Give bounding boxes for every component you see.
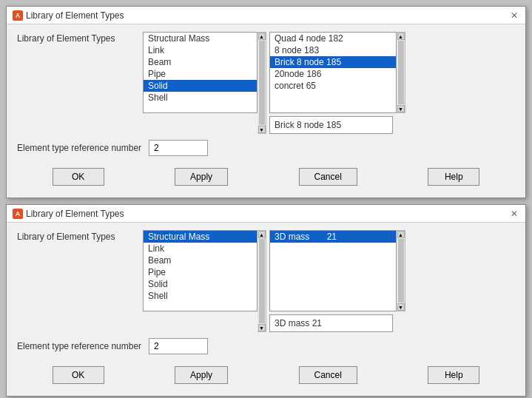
close-button-2[interactable]: ✕	[509, 209, 519, 219]
scroll-thumb-right-2	[398, 239, 404, 303]
right-item-concret-1[interactable]: concret 65	[270, 80, 396, 92]
right-list-wrap-2: 3D mass 21 ▲ ▼	[269, 230, 405, 311]
ref-label-1: Element type reference number	[17, 143, 141, 153]
button-row-2: OK Apply Cancel Help	[17, 362, 515, 388]
apply-button-1[interactable]: Apply	[175, 168, 228, 186]
list-item-link-1[interactable]: Link	[144, 44, 257, 56]
right-item-20node-1[interactable]: 20node 186	[270, 68, 396, 80]
right-item-quad4-1[interactable]: Quad 4 node 182	[270, 33, 396, 44]
ref-label-2: Element type reference number	[17, 341, 141, 351]
dialog1-main-row: Library of Element Types Structural Mass…	[17, 32, 515, 134]
left-list-wrap-1: Structural Mass Link Beam Pipe Solid She…	[143, 32, 266, 134]
scroll-up-right-2[interactable]: ▲	[397, 231, 405, 238]
right-list-wrap-1: Quad 4 node 182 8 node 183 Brick 8 node …	[269, 32, 405, 113]
title-bar-left-2: A Library of Element Types	[13, 209, 124, 219]
dialog2-main-row: Library of Element Types Structural Mass…	[17, 230, 515, 332]
cancel-button-2[interactable]: Cancel	[299, 366, 357, 384]
scroll-thumb-left-2	[259, 239, 265, 323]
right-panel-1: Quad 4 node 182 8 node 183 Brick 8 node …	[269, 32, 405, 134]
scroll-up-right-1[interactable]: ▲	[397, 33, 405, 40]
scroll-thumb-right-1	[398, 41, 404, 104]
left-list-wrap-2: Structural Mass Link Beam Pipe Solid She…	[143, 230, 266, 332]
app-icon-2: A	[13, 209, 23, 219]
dialog1-title: Library of Element Types	[26, 10, 124, 21]
left-listbox-2[interactable]: Structural Mass Link Beam Pipe Solid She…	[143, 230, 257, 311]
dialog1: A Library of Element Types ✕ Library of …	[6, 6, 526, 198]
close-button-1[interactable]: ✕	[509, 10, 519, 21]
help-button-1[interactable]: Help	[428, 168, 479, 186]
dialog1-label: Library of Element Types	[17, 32, 135, 44]
ref-row-2: Element type reference number	[17, 338, 515, 354]
right-scrollbar-2[interactable]: ▲ ▼	[397, 230, 405, 311]
right-listbox-1[interactable]: Quad 4 node 182 8 node 183 Brick 8 node …	[269, 32, 397, 113]
dialog1-lists: Structural Mass Link Beam Pipe Solid She…	[143, 32, 405, 134]
scroll-up-left-1[interactable]: ▲	[258, 33, 266, 40]
title-bar-left-1: A Library of Element Types	[13, 10, 124, 21]
button-row-1: OK Apply Cancel Help	[17, 163, 515, 190]
list-item-shell-1[interactable]: Shell	[144, 92, 257, 104]
title-bar-1: A Library of Element Types ✕	[7, 7, 525, 24]
selected-display-2: 3D mass 21	[269, 314, 393, 332]
list-item-beam-1[interactable]: Beam	[144, 56, 257, 68]
right-panel-2: 3D mass 21 ▲ ▼ 3D mass 21	[269, 230, 405, 332]
ref-row-1: Element type reference number	[17, 140, 515, 156]
scroll-down-right-1[interactable]: ▼	[397, 105, 405, 112]
dialog2-label: Library of Element Types	[17, 230, 135, 242]
scroll-down-left-1[interactable]: ▼	[258, 126, 266, 133]
scroll-up-left-2[interactable]: ▲	[258, 231, 266, 238]
dialog2-title: Library of Element Types	[26, 209, 124, 219]
ok-button-1[interactable]: OK	[53, 168, 104, 186]
dialog2-content: Library of Element Types Structural Mass…	[7, 223, 525, 396]
right-item-brick8-1[interactable]: Brick 8 node 185	[270, 56, 396, 68]
left-listbox-1[interactable]: Structural Mass Link Beam Pipe Solid She…	[143, 32, 257, 113]
selected-display-1: Brick 8 node 185	[269, 116, 393, 134]
list-item-link-2[interactable]: Link	[144, 243, 257, 254]
scroll-down-right-2[interactable]: ▼	[397, 303, 405, 311]
left-scrollbar-1[interactable]: ▲ ▼	[257, 32, 266, 134]
list-item-pipe-1[interactable]: Pipe	[144, 68, 257, 80]
right-item-3dmass-2[interactable]: 3D mass 21	[270, 231, 396, 243]
scroll-down-left-2[interactable]: ▼	[258, 324, 266, 331]
ref-input-1[interactable]	[149, 140, 208, 156]
right-scrollbar-1[interactable]: ▲ ▼	[397, 32, 405, 113]
ok-button-2[interactable]: OK	[53, 366, 104, 384]
dialog2-lists: Structural Mass Link Beam Pipe Solid She…	[143, 230, 405, 332]
list-item-solid-2[interactable]: Solid	[144, 278, 257, 290]
right-listbox-2[interactable]: 3D mass 21	[269, 230, 397, 311]
dialog1-content: Library of Element Types Structural Mass…	[7, 24, 525, 198]
left-scrollbar-2[interactable]: ▲ ▼	[257, 230, 266, 332]
help-button-2[interactable]: Help	[428, 366, 479, 384]
app-icon-1: A	[13, 10, 23, 21]
list-item-beam-2[interactable]: Beam	[144, 254, 257, 266]
list-item-shell-2[interactable]: Shell	[144, 290, 257, 302]
cancel-button-1[interactable]: Cancel	[299, 168, 357, 186]
list-item-structural-mass-1[interactable]: Structural Mass	[144, 33, 257, 44]
list-item-solid-1[interactable]: Solid	[144, 80, 257, 92]
dialog2: A Library of Element Types ✕ Library of …	[6, 204, 526, 397]
list-item-pipe-2[interactable]: Pipe	[144, 266, 257, 278]
apply-button-2[interactable]: Apply	[175, 366, 228, 384]
ref-input-2[interactable]	[149, 338, 208, 354]
right-item-8node-1[interactable]: 8 node 183	[270, 44, 396, 56]
scroll-thumb-left-1	[259, 41, 265, 125]
title-bar-2: A Library of Element Types ✕	[7, 205, 525, 223]
list-item-structural-mass-2[interactable]: Structural Mass	[144, 231, 257, 243]
